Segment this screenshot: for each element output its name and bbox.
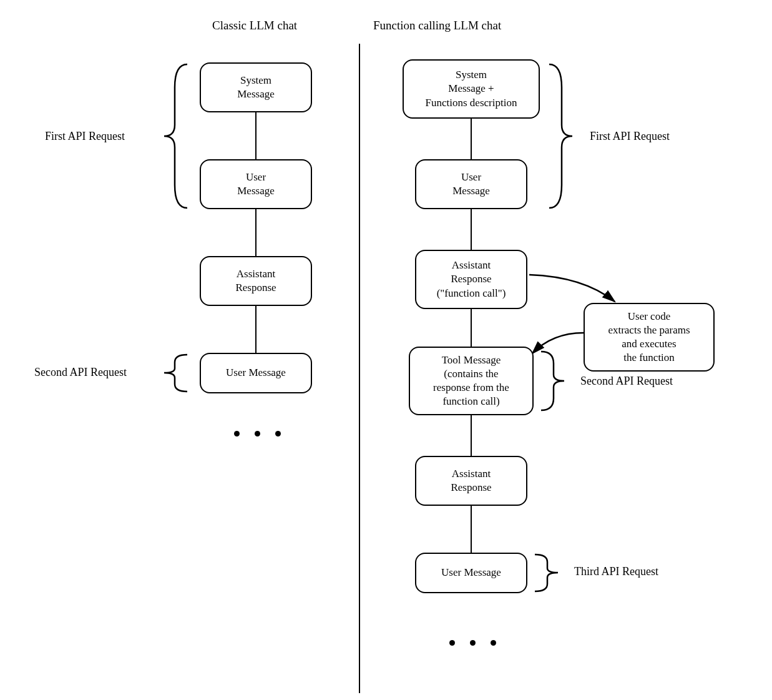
right-assistant-fc-text: Assistant Response ("function call")	[437, 259, 506, 300]
left-connector-3	[255, 306, 257, 353]
left-label-first: First API Request	[45, 130, 125, 143]
left-assistant-text: Assistant Response	[235, 267, 276, 295]
right-user1-box: User Message	[415, 159, 527, 209]
right-connector-3	[471, 309, 472, 347]
right-connector-4	[471, 415, 472, 456]
left-user2-text: User Message	[226, 366, 286, 380]
right-connector-1	[471, 119, 472, 159]
left-title: Classic LLM chat	[212, 19, 297, 32]
right-system-text: System Message + Functions description	[426, 68, 517, 109]
right-assistant-text: Assistant Response	[451, 467, 491, 495]
right-usercode-text: User code extracts the params and execut…	[608, 310, 690, 365]
left-connector-2	[255, 209, 257, 256]
left-system-text: System Message	[237, 74, 274, 101]
left-brace-second	[153, 353, 190, 393]
left-label-second: Second API Request	[34, 366, 127, 379]
right-connector-2	[471, 209, 472, 250]
left-user1-box: User Message	[200, 159, 312, 209]
right-title: Function calling LLM chat	[373, 19, 501, 32]
divider	[359, 44, 360, 693]
left-user2-box: User Message	[200, 353, 312, 393]
right-ellipsis	[449, 640, 496, 646]
right-tool-text: Tool Message (contains the response from…	[433, 353, 509, 408]
right-brace-first	[546, 62, 584, 210]
left-user1-text: User Message	[237, 170, 274, 198]
right-system-box: System Message + Functions description	[403, 59, 540, 119]
right-user2-box: User Message	[415, 553, 527, 593]
left-brace-first	[153, 62, 190, 210]
dot	[491, 640, 496, 646]
left-system-box: System Message	[200, 62, 312, 112]
left-assistant-box: Assistant Response	[200, 256, 312, 306]
right-tool-box: Tool Message (contains the response from…	[409, 347, 534, 415]
right-user1-text: User Message	[452, 170, 489, 198]
dot	[255, 431, 260, 436]
left-connector-1	[255, 112, 257, 159]
right-brace-second	[538, 350, 575, 412]
dot	[234, 431, 240, 436]
dot	[275, 431, 281, 436]
right-assistant-fc-box: Assistant Response ("function call")	[415, 250, 527, 309]
right-assistant-box: Assistant Response	[415, 456, 527, 506]
right-user2-text: User Message	[441, 566, 501, 579]
right-connector-5	[471, 506, 472, 553]
right-label-third: Third API Request	[574, 565, 658, 578]
left-ellipsis	[234, 431, 281, 436]
dot	[470, 640, 476, 646]
right-label-second: Second API Request	[580, 375, 673, 388]
right-usercode-box: User code extracts the params and execut…	[584, 303, 715, 372]
dot	[449, 640, 455, 646]
right-label-first: First API Request	[590, 130, 670, 143]
arrow-to-usercode	[527, 272, 627, 309]
right-brace-third	[532, 553, 569, 593]
diagram-canvas: Classic LLM chat Function calling LLM ch…	[0, 0, 772, 700]
